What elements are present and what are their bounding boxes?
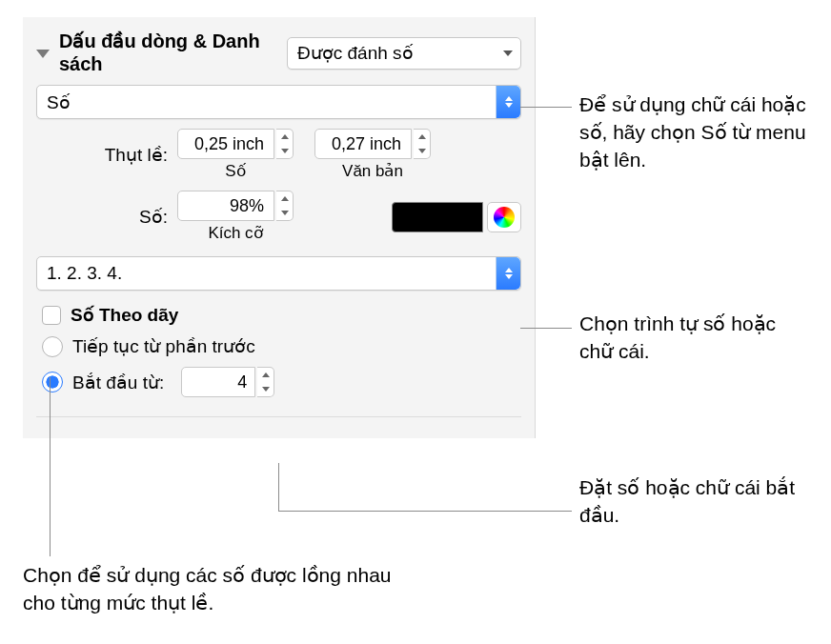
number-sequence-popup[interactable]: 1. 2. 3. 4. — [36, 256, 521, 291]
continue-radio-row[interactable]: Tiếp tục từ phần trước — [42, 335, 521, 357]
divider — [36, 416, 521, 417]
color-picker-button[interactable] — [487, 202, 521, 232]
bullets-and-lists-panel: Dấu đầu dòng & Danh sách Được đánh số Số… — [23, 17, 536, 438]
text-indent-sublabel: Văn bản — [314, 161, 431, 181]
number-type-value: Số — [47, 91, 71, 113]
list-style-value: Được đánh số — [297, 42, 414, 64]
size-field[interactable]: 98% — [177, 191, 274, 221]
indent-label: Thụt lề: — [36, 144, 177, 166]
callout-lead — [520, 107, 572, 108]
popup-arrows-icon — [496, 86, 520, 118]
stepper-icon[interactable] — [414, 129, 431, 159]
text-indent-field[interactable]: 0,27 inch — [314, 129, 412, 159]
panel-header: Dấu đầu dòng & Danh sách Được đánh số — [36, 30, 521, 75]
callout-lead — [278, 463, 279, 511]
size-sublabel: Kích cỡ — [177, 223, 294, 243]
chevron-down-icon — [503, 50, 513, 56]
continue-radio-label: Tiếp tục từ phần trước — [72, 335, 255, 357]
callout-sequence: Chọn trình tự số hoặc chữ cái. — [579, 311, 799, 366]
list-style-popup[interactable]: Được đánh số — [287, 37, 521, 70]
tiered-numbers-label: Số Theo dãy — [71, 304, 178, 326]
size-stepper[interactable]: 98% — [177, 191, 294, 221]
stepper-icon[interactable] — [257, 367, 274, 397]
start-from-stepper[interactable]: 4 — [173, 367, 274, 397]
disclosure-triangle-icon[interactable] — [36, 50, 50, 58]
size-label: Số: — [36, 206, 177, 228]
callout-tiered: Chọn để sử dụng các số được lồng nhau ch… — [23, 562, 404, 617]
continue-radio[interactable] — [42, 336, 63, 357]
tiered-numbers-row[interactable]: Số Theo dãy — [42, 304, 521, 326]
tiered-numbers-checkbox[interactable] — [42, 306, 61, 325]
callout-lead — [50, 377, 51, 556]
indent-row: Thụt lề: 0,25 inch Số 0,27 inch — [36, 129, 521, 181]
stepper-icon[interactable] — [276, 129, 294, 159]
number-type-popup[interactable]: Số — [36, 85, 521, 119]
panel-title: Dấu đầu dòng & Danh sách — [59, 30, 277, 75]
number-sequence-value: 1. 2. 3. 4. — [47, 263, 122, 284]
callout-number-type: Để sử dụng chữ cái hoặc số, hãy chọn Số … — [579, 91, 814, 174]
callout-lead — [278, 511, 572, 512]
start-from-field[interactable]: 4 — [181, 367, 255, 397]
number-indent-sublabel: Số — [177, 161, 294, 181]
start-from-radio[interactable] — [42, 372, 63, 392]
callout-lead — [520, 328, 572, 329]
stepper-icon[interactable] — [276, 191, 294, 221]
number-indent-stepper[interactable]: 0,25 inch — [177, 129, 294, 159]
color-wheel-icon — [494, 207, 515, 228]
start-from-radio-row[interactable]: Bắt đầu từ: 4 — [42, 367, 521, 397]
color-well[interactable] — [392, 202, 483, 232]
size-row: Số: 98% Kích cỡ — [36, 191, 521, 243]
text-indent-stepper[interactable]: 0,27 inch — [314, 129, 431, 159]
popup-arrows-icon — [496, 257, 520, 290]
start-from-radio-label: Bắt đầu từ: — [72, 372, 164, 393]
number-indent-field[interactable]: 0,25 inch — [177, 129, 274, 159]
callout-start: Đặt số hoặc chữ cái bắt đầu. — [579, 474, 804, 530]
